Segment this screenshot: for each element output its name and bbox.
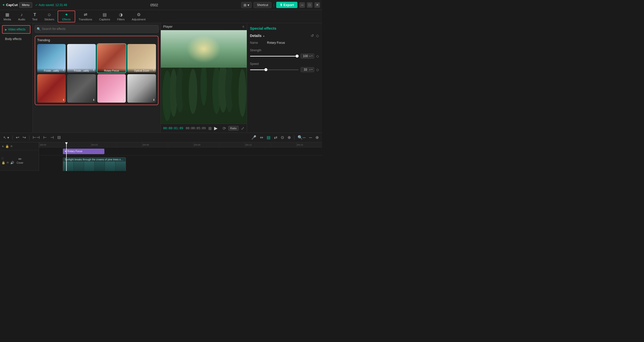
nav-item-audio[interactable]: ♪ Audio (15, 11, 29, 22)
lock-icon-effect[interactable]: 🔒 (5, 145, 9, 148)
close-button[interactable]: ✕ (314, 2, 320, 8)
split-tool[interactable]: ⊢⊣ (31, 134, 41, 141)
time-current: 00:00:01:09 (163, 126, 183, 130)
speed-val: 33 ▲▼ (301, 67, 314, 72)
lock-icon-video[interactable]: 🔒 (2, 161, 5, 164)
timeline-content: ★ 🔒 👁 □ 🔒 👁 🔊 ✏ (0, 142, 322, 171)
audio-icon-video[interactable]: 🔊 (10, 161, 14, 164)
redo-tl-button[interactable]: ↪ (21, 134, 27, 141)
media-icon: ▦ (5, 12, 9, 17)
strength-thumb[interactable] (296, 55, 299, 58)
nav-item-transitions[interactable]: ⇌ Transitions (75, 11, 96, 22)
fullscreen-icon[interactable]: ⤢ (241, 126, 244, 131)
trim-left-tool[interactable]: ⊢ (42, 134, 48, 141)
strength-fill (250, 56, 299, 57)
ruler-mark-0: |00:00 (39, 142, 65, 147)
effect-card-rotary-focus[interactable]: Rotary Focus (97, 44, 126, 73)
body-effects-label: Body effects (5, 37, 22, 41)
timeline-area: ↖ ▾ ↩ ↪ ⊢⊣ ⊢ ⊣ ⊟ 🎤 ⇔ ▤ ⇄ ⊙ ⊕ 🔍─ ─ ⊕ ★ 🔒 … (0, 133, 322, 171)
video-track-header: □ 🔒 👁 🔊 ✏ Cover (0, 150, 39, 170)
play-button[interactable]: ▶ (214, 125, 218, 131)
effects-grid-area: Trending Froste...uality ⬇ (33, 35, 160, 133)
caption-track-button[interactable]: ⊙ (279, 134, 285, 141)
trending-label: Trending (37, 38, 156, 42)
speed-val-arrows[interactable]: ▲▼ (309, 69, 313, 71)
nav-toolbar: ▦ Media ♪ Audio T Text ☺ Stickers ✦ Effe… (0, 10, 322, 23)
eye-icon-video[interactable]: 👁 (6, 161, 9, 164)
strength-diamond-icon[interactable]: ◇ (316, 54, 319, 58)
effect-card-5[interactable]: ⬇ (37, 74, 66, 103)
select-tool[interactable]: ↖ ▾ (2, 135, 10, 140)
svg-point-10 (238, 69, 246, 117)
video-placeholder (161, 30, 247, 124)
nav-item-text[interactable]: T Text (29, 11, 41, 22)
crop-icon[interactable]: ⟳ (223, 126, 226, 131)
nav-item-adjustment[interactable]: ⚙ Adjustment (128, 11, 149, 22)
grid-icon[interactable]: ⊞ (208, 126, 212, 131)
svg-point-5 (189, 69, 197, 114)
sidebar-item-body-effects[interactable]: Body effects (2, 35, 30, 43)
zoom-in-button[interactable]: ⊕ (314, 134, 320, 141)
transition-button[interactable]: ⊕ (286, 134, 292, 141)
strength-track[interactable] (250, 56, 299, 57)
effect-card-1[interactable]: Froste...uality ⬇ (37, 44, 66, 73)
player-header: Player ≡ (161, 23, 247, 30)
nav-item-media[interactable]: ▦ Media (0, 11, 15, 22)
layout-button[interactable]: ⊞ ▾ (241, 2, 252, 8)
zoom-out-button[interactable]: 🔍─ (296, 134, 307, 141)
zoom-slider[interactable]: ─ (308, 135, 313, 141)
strength-val-arrows[interactable]: ▲▼ (309, 55, 313, 57)
delete-tool[interactable]: ⊟ (56, 134, 62, 141)
trim-right-tool[interactable]: ⊣ (49, 134, 55, 141)
link-tracks-button[interactable]: ⇔ (259, 134, 264, 141)
camera-icon[interactable]: □ (2, 156, 3, 160)
cover-area[interactable]: ✏ Cover (17, 157, 23, 164)
speed-diamond-icon[interactable]: ◇ (316, 68, 319, 72)
shortcut-button[interactable]: Shortcut (254, 2, 271, 8)
strength-val-text: 100 (302, 54, 309, 58)
captions-label: Captions (99, 18, 110, 21)
ratio-button[interactable]: Ratio (228, 126, 238, 131)
text-label: Text (32, 18, 37, 21)
speed-label: Speed (250, 62, 319, 66)
nav-item-stickers[interactable]: ☺ Stickers (41, 11, 58, 22)
card-8-dl-icon: ⬇ (153, 98, 155, 102)
effect-card-7[interactable]: ⬇ (97, 74, 126, 103)
undo-tl-button[interactable]: ↩ (15, 134, 20, 141)
sidebar-item-video-effects[interactable]: ▶ Video effects (2, 25, 30, 34)
card-2-dl-icon: ⬇ (93, 68, 95, 72)
card-2-name: Froste...uality (68, 69, 95, 72)
adjustment-label: Adjustment (132, 18, 146, 21)
video-track-button[interactable]: ▤ (265, 134, 272, 141)
effect-card-6[interactable]: ⬇ (67, 74, 96, 103)
export-button[interactable]: ⬆ Export (276, 2, 297, 8)
audio-track-button[interactable]: ⇄ (273, 134, 278, 141)
details-label: Details ▲ (250, 34, 265, 38)
star-icon[interactable]: ★ (2, 145, 4, 148)
effect-clip[interactable]: ✦ Rotary Focus (63, 149, 104, 154)
effect-card-2[interactable]: Froste...uality ⬇ (67, 44, 96, 73)
nav-item-captions[interactable]: ▤ Captions (96, 11, 113, 22)
speed-thumb[interactable] (264, 68, 267, 71)
nav-item-filters[interactable]: ◑ Filters (114, 11, 128, 22)
effects-grid: Froste...uality ⬇ Froste...uality ⬇ (37, 44, 156, 103)
speed-track[interactable] (250, 69, 299, 70)
minimize-button[interactable]: ─ (299, 2, 305, 8)
tl-sep-2 (29, 135, 29, 140)
ruler-mark-2: |00:03 (91, 142, 116, 147)
eye-icon-effect[interactable]: 👁 (10, 145, 13, 148)
search-input[interactable] (35, 25, 158, 33)
maximize-button[interactable]: □ (307, 2, 312, 8)
audio-label: Audio (18, 18, 25, 21)
effect-card-8[interactable]: ⬇ (127, 74, 156, 103)
menu-button[interactable]: Menu (19, 2, 32, 8)
player-menu-icon[interactable]: ≡ (243, 25, 244, 28)
effect-card-optical-zoom[interactable]: Optical Zoom ⬇ (127, 44, 156, 73)
video-track: Sunlight breaks through the crowns of pi… (39, 155, 322, 171)
diamond-reset-icon[interactable]: ◇ (316, 33, 319, 38)
nav-item-effects[interactable]: ✦ Effects (58, 11, 75, 22)
video-clip[interactable]: Sunlight breaks through the crowns of pi… (63, 157, 126, 171)
effect-clip-label: Rotary Focus (67, 150, 82, 153)
mic-button[interactable]: 🎤 (250, 134, 258, 141)
undo-icon[interactable]: ↺ (311, 33, 314, 38)
